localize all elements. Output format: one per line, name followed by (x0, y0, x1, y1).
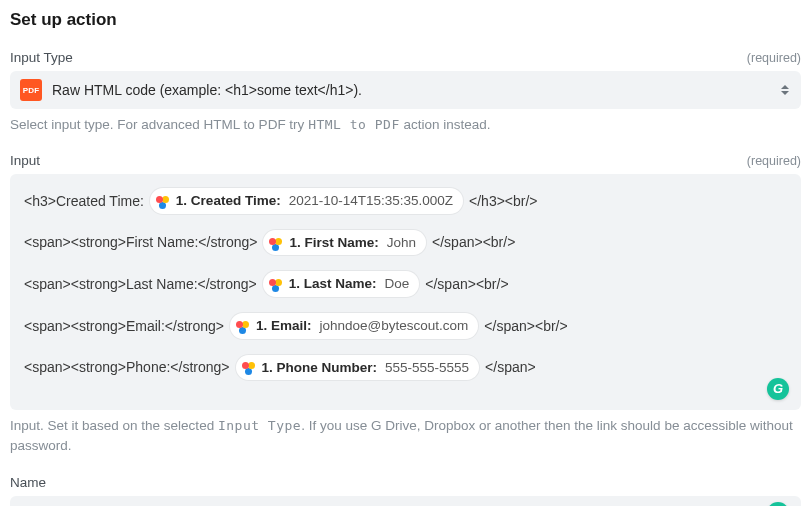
pill-label: 1. First Name: (289, 232, 378, 254)
raw-text: <span><strong>First Name:</strong> (24, 231, 257, 253)
pill-label: 1. Email: (256, 315, 312, 337)
raw-text: <span><strong>Phone:</strong> (24, 356, 230, 378)
raw-text: </span><br/> (432, 231, 515, 253)
pill-value: John (387, 232, 416, 254)
raw-text: </span><br/> (484, 315, 567, 337)
pill-label: 1. Created Time: (176, 190, 281, 212)
pill-value: 2021-10-14T15:35:35.000Z (289, 190, 453, 212)
input-type-select[interactable]: PDF Raw HTML code (example: <h1>some tex… (10, 71, 801, 109)
required-label: (required) (747, 51, 801, 65)
pill-value: Doe (385, 273, 410, 295)
name-input-wrap: G (10, 496, 801, 506)
source-app-icon (156, 194, 170, 208)
source-app-icon (242, 360, 256, 374)
input-label: Input (10, 153, 40, 168)
mapped-field-pill[interactable]: 1. Email: johndoe@bytescout.com (230, 313, 478, 339)
grammarly-icon[interactable]: G (767, 378, 789, 400)
pill-value: johndoe@bytescout.com (320, 315, 469, 337)
field-header: Input (required) (10, 153, 801, 168)
source-app-icon (236, 319, 250, 333)
mapped-field-pill[interactable]: 1. First Name: John (263, 230, 426, 256)
field-header: Name (10, 475, 801, 490)
pill-label: 1. Last Name: (289, 273, 377, 295)
input-help: Input. Set it based on the selected Inpu… (10, 416, 801, 457)
pill-value: 555-555-5555 (385, 357, 469, 379)
mapped-field-pill[interactable]: 1. Created Time: 2021-10-14T15:35:35.000… (150, 188, 463, 214)
input-type-label: Input Type (10, 50, 73, 65)
input-type-help: Select input type. For advanced HTML to … (10, 115, 801, 135)
raw-text: <span><strong>Email:</strong> (24, 315, 224, 337)
input-row: <h3>Created Time: 1. Created Time: 2021-… (24, 188, 787, 214)
field-input: Input (required) <h3>Created Time: 1. Cr… (10, 153, 801, 456)
raw-text: </span><br/> (425, 273, 508, 295)
input-type-value: Raw HTML code (example: <h1>some text</h… (52, 82, 362, 98)
input-row: <span><strong>Email:</strong> 1. Email: … (24, 313, 787, 339)
input-row: <span><strong>First Name:</strong> 1. Fi… (24, 230, 787, 256)
pill-label: 1. Phone Number: (262, 357, 378, 379)
required-label: (required) (747, 154, 801, 168)
field-header: Input Type (required) (10, 50, 801, 65)
select-chevrons-icon (781, 85, 789, 95)
raw-text: </span> (485, 356, 536, 378)
source-app-icon (269, 236, 283, 250)
raw-text: <span><strong>Last Name:</strong> (24, 273, 257, 295)
input-template-area[interactable]: <h3>Created Time: 1. Created Time: 2021-… (10, 174, 801, 410)
raw-text: <h3>Created Time: (24, 190, 144, 212)
page-title: Set up action (10, 10, 801, 30)
grammarly-icon[interactable]: G (767, 502, 789, 506)
pdf-icon: PDF (20, 79, 42, 101)
raw-text: </h3><br/> (469, 190, 538, 212)
field-name: Name G Output PDF file name. (10, 475, 801, 506)
mapped-field-pill[interactable]: 1. Last Name: Doe (263, 271, 420, 297)
mapped-field-pill[interactable]: 1. Phone Number: 555-555-5555 (236, 355, 480, 381)
name-label: Name (10, 475, 46, 490)
source-app-icon (269, 277, 283, 291)
field-input-type: Input Type (required) PDF Raw HTML code … (10, 50, 801, 135)
input-row: <span><strong>Phone:</strong> 1. Phone N… (24, 355, 787, 381)
input-row: <span><strong>Last Name:</strong> 1. Las… (24, 271, 787, 297)
